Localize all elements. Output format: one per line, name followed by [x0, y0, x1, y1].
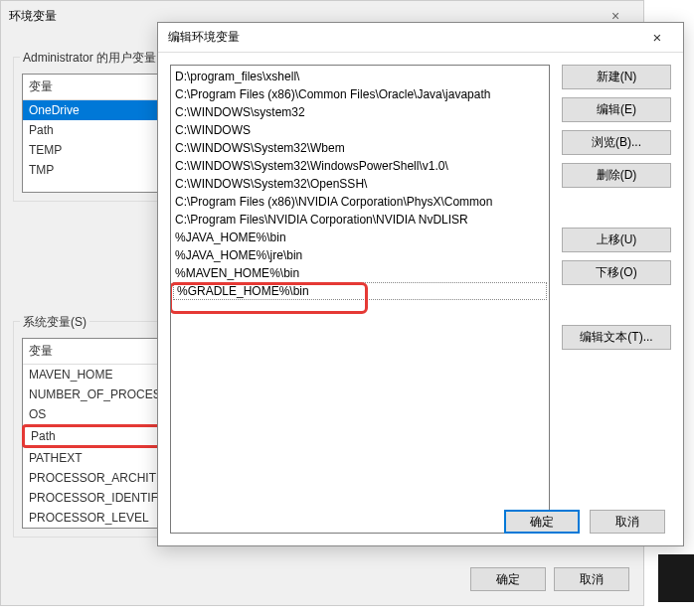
path-row[interactable]: D:\program_files\xshell\ [171, 68, 549, 85]
path-row-editing[interactable]: %GRADLE_HOME%\bin [173, 282, 547, 300]
delete-button[interactable]: 删除(D) [562, 163, 671, 188]
path-row[interactable]: C:\Program Files (x86)\Common Files\Orac… [171, 85, 549, 103]
parent-title: 环境变量 [9, 8, 57, 25]
spacer [562, 196, 671, 220]
edit-button[interactable]: 编辑(E) [562, 97, 671, 122]
parent-cancel-button[interactable]: 取消 [554, 567, 629, 591]
user-vars-label: Administrator 的用户变量 [20, 50, 159, 67]
dialog-titlebar: 编辑环境变量 × [158, 23, 683, 53]
move-up-button[interactable]: 上移(U) [562, 228, 671, 252]
parent-ok-button[interactable]: 确定 [470, 567, 546, 591]
path-row[interactable]: C:\Program Files\NVIDIA Corporation\NVID… [171, 211, 549, 229]
dialog-title: 编辑环境变量 [168, 29, 240, 46]
spacer [562, 293, 671, 317]
path-row[interactable]: C:\WINDOWS\system32 [171, 103, 549, 121]
path-row[interactable]: C:\WINDOWS [171, 121, 549, 139]
sys-vars-label: 系统变量(S) [20, 314, 89, 331]
dialog-cancel-button[interactable]: 取消 [590, 510, 665, 534]
side-buttons: 新建(N) 编辑(E) 浏览(B)... 删除(D) 上移(U) 下移(O) 编… [562, 65, 671, 534]
parent-footer-buttons: 确定 取消 [470, 567, 629, 591]
dialog-footer-buttons: 确定 取消 [504, 510, 665, 534]
path-row[interactable]: %JAVA_HOME%\bin [171, 229, 549, 246]
edit-text-button[interactable]: 编辑文本(T)... [562, 325, 671, 350]
path-row[interactable]: %JAVA_HOME%\jre\bin [171, 246, 549, 264]
path-row[interactable]: %MAVEN_HOME%\bin [171, 264, 549, 282]
edit-env-var-dialog: 编辑环境变量 × D:\program_files\xshell\ C:\Pro… [157, 22, 684, 546]
path-row[interactable]: C:\Program Files (x86)\NVIDIA Corporatio… [171, 193, 549, 211]
move-down-button[interactable]: 下移(O) [562, 260, 671, 285]
path-row[interactable]: C:\WINDOWS\System32\WindowsPowerShell\v1… [171, 157, 549, 175]
dialog-body: D:\program_files\xshell\ C:\Program File… [158, 53, 683, 545]
dialog-close-button[interactable]: × [637, 26, 677, 50]
path-row[interactable]: C:\WINDOWS\System32\OpenSSH\ [171, 175, 549, 193]
path-row[interactable]: C:\WINDOWS\System32\Wbem [171, 139, 549, 157]
path-list[interactable]: D:\program_files\xshell\ C:\Program File… [170, 65, 550, 534]
dark-strip [658, 554, 694, 602]
dialog-ok-button[interactable]: 确定 [504, 510, 580, 534]
new-button[interactable]: 新建(N) [562, 65, 671, 89]
browse-button[interactable]: 浏览(B)... [562, 130, 671, 155]
